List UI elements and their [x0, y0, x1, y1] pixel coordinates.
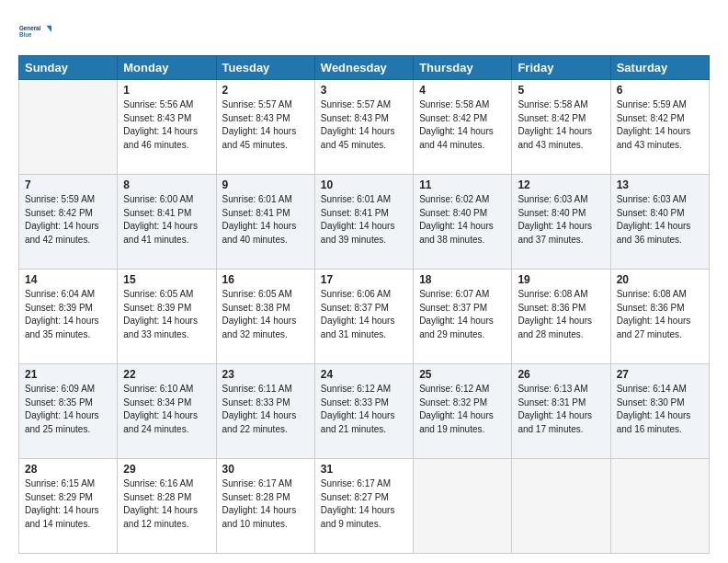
day-number: 2 [222, 84, 309, 97]
calendar-day-cell: 26 Sunrise: 6:13 AMSunset: 8:31 PMDaylig… [512, 364, 610, 459]
day-info: Sunrise: 6:00 AMSunset: 8:41 PMDaylight:… [123, 194, 198, 245]
day-number: 18 [419, 273, 506, 286]
calendar-header-row: SundayMondayTuesdayWednesdayThursdayFrid… [19, 56, 710, 80]
calendar-day-cell: 21 Sunrise: 6:09 AMSunset: 8:35 PMDaylig… [19, 364, 118, 459]
day-number: 1 [123, 84, 210, 97]
day-number: 3 [321, 84, 407, 97]
day-info: Sunrise: 6:05 AMSunset: 8:39 PMDaylight:… [123, 289, 198, 339]
calendar-day-cell: 2 Sunrise: 5:57 AMSunset: 8:43 PMDayligh… [216, 80, 314, 175]
day-info: Sunrise: 6:09 AMSunset: 8:35 PMDaylight:… [25, 384, 99, 434]
calendar-day-cell: 3 Sunrise: 5:57 AMSunset: 8:43 PMDayligh… [314, 80, 413, 175]
day-number: 16 [222, 273, 309, 286]
day-info: Sunrise: 5:59 AMSunset: 8:42 PMDaylight:… [617, 99, 691, 150]
day-info: Sunrise: 6:17 AMSunset: 8:28 PMDaylight:… [222, 478, 297, 529]
calendar-day-cell: 8 Sunrise: 6:00 AMSunset: 8:41 PMDayligh… [118, 175, 216, 270]
day-number: 9 [222, 178, 309, 191]
calendar-day-cell: 7 Sunrise: 5:59 AMSunset: 8:42 PMDayligh… [19, 175, 118, 270]
calendar-day-cell: 19 Sunrise: 6:08 AMSunset: 8:36 PMDaylig… [512, 270, 610, 364]
day-number: 22 [123, 368, 210, 381]
svg-text:Blue: Blue [19, 31, 32, 38]
day-number: 24 [321, 368, 407, 381]
day-number: 20 [617, 273, 703, 286]
calendar-day-cell: 15 Sunrise: 6:05 AMSunset: 8:39 PMDaylig… [118, 270, 216, 364]
day-info: Sunrise: 5:59 AMSunset: 8:42 PMDaylight:… [25, 194, 99, 245]
calendar-day-cell: 12 Sunrise: 6:03 AMSunset: 8:40 PMDaylig… [512, 175, 610, 270]
calendar-header-tuesday: Tuesday [216, 56, 314, 80]
day-number: 13 [617, 178, 703, 191]
calendar-day-cell: 13 Sunrise: 6:03 AMSunset: 8:40 PMDaylig… [610, 175, 709, 270]
day-info: Sunrise: 5:57 AMSunset: 8:43 PMDaylight:… [222, 99, 297, 150]
calendar-day-cell: 25 Sunrise: 6:12 AMSunset: 8:32 PMDaylig… [414, 364, 512, 459]
calendar-week-row: 21 Sunrise: 6:09 AMSunset: 8:35 PMDaylig… [19, 364, 710, 459]
calendar-day-cell: 31 Sunrise: 6:17 AMSunset: 8:27 PMDaylig… [314, 459, 413, 554]
calendar-day-cell: 11 Sunrise: 6:02 AMSunset: 8:40 PMDaylig… [414, 175, 512, 270]
day-info: Sunrise: 5:58 AMSunset: 8:42 PMDaylight:… [419, 99, 494, 150]
day-info: Sunrise: 6:07 AMSunset: 8:37 PMDaylight:… [419, 289, 494, 339]
day-number: 29 [123, 463, 210, 476]
day-number: 5 [518, 84, 604, 97]
day-info: Sunrise: 6:05 AMSunset: 8:38 PMDaylight:… [222, 289, 297, 339]
calendar-table: SundayMondayTuesdayWednesdayThursdayFrid… [18, 55, 710, 554]
day-info: Sunrise: 6:08 AMSunset: 8:36 PMDaylight:… [617, 289, 691, 339]
calendar-day-cell: 18 Sunrise: 6:07 AMSunset: 8:37 PMDaylig… [414, 270, 512, 364]
day-number: 31 [321, 463, 407, 476]
logo: GeneralBlue [18, 15, 51, 48]
calendar-day-cell: 20 Sunrise: 6:08 AMSunset: 8:36 PMDaylig… [610, 270, 709, 364]
day-info: Sunrise: 6:03 AMSunset: 8:40 PMDaylight:… [518, 194, 592, 245]
day-number: 27 [617, 368, 703, 381]
day-info: Sunrise: 6:04 AMSunset: 8:39 PMDaylight:… [25, 289, 99, 339]
calendar-day-cell: 4 Sunrise: 5:58 AMSunset: 8:42 PMDayligh… [414, 80, 512, 175]
calendar-header-sunday: Sunday [19, 56, 118, 80]
day-number: 10 [321, 178, 407, 191]
day-number: 21 [25, 368, 111, 381]
day-info: Sunrise: 5:57 AMSunset: 8:43 PMDaylight:… [321, 99, 395, 150]
calendar-day-cell: 28 Sunrise: 6:15 AMSunset: 8:29 PMDaylig… [19, 459, 118, 554]
calendar-day-cell: 23 Sunrise: 6:11 AMSunset: 8:33 PMDaylig… [216, 364, 314, 459]
day-number: 26 [518, 368, 604, 381]
day-number: 6 [617, 84, 703, 97]
day-info: Sunrise: 6:08 AMSunset: 8:36 PMDaylight:… [518, 289, 592, 339]
day-number: 15 [123, 273, 210, 286]
calendar-header-saturday: Saturday [610, 56, 709, 80]
calendar-day-cell [610, 459, 709, 554]
calendar-day-cell: 22 Sunrise: 6:10 AMSunset: 8:34 PMDaylig… [118, 364, 216, 459]
day-info: Sunrise: 6:13 AMSunset: 8:31 PMDaylight:… [518, 384, 592, 434]
calendar-day-cell [512, 459, 610, 554]
day-info: Sunrise: 6:10 AMSunset: 8:34 PMDaylight:… [123, 384, 198, 434]
day-number: 14 [25, 273, 111, 286]
calendar-header-friday: Friday [512, 56, 610, 80]
day-number: 19 [518, 273, 604, 286]
day-info: Sunrise: 6:14 AMSunset: 8:30 PMDaylight:… [617, 384, 691, 434]
day-info: Sunrise: 6:01 AMSunset: 8:41 PMDaylight:… [222, 194, 297, 245]
svg-text:General: General [19, 25, 41, 31]
day-info: Sunrise: 6:03 AMSunset: 8:40 PMDaylight:… [617, 194, 691, 245]
day-number: 7 [25, 178, 111, 191]
day-info: Sunrise: 6:16 AMSunset: 8:28 PMDaylight:… [123, 478, 198, 529]
day-number: 23 [222, 368, 309, 381]
svg-marker-2 [47, 26, 51, 32]
calendar-day-cell: 29 Sunrise: 6:16 AMSunset: 8:28 PMDaylig… [118, 459, 216, 554]
calendar-day-cell: 24 Sunrise: 6:12 AMSunset: 8:33 PMDaylig… [314, 364, 413, 459]
calendar-day-cell: 17 Sunrise: 6:06 AMSunset: 8:37 PMDaylig… [314, 270, 413, 364]
calendar-week-row: 7 Sunrise: 5:59 AMSunset: 8:42 PMDayligh… [19, 175, 710, 270]
day-info: Sunrise: 6:06 AMSunset: 8:37 PMDaylight:… [321, 289, 395, 339]
calendar-week-row: 14 Sunrise: 6:04 AMSunset: 8:39 PMDaylig… [19, 270, 710, 364]
calendar-day-cell [414, 459, 512, 554]
day-number: 30 [222, 463, 309, 476]
calendar-day-cell: 1 Sunrise: 5:56 AMSunset: 8:43 PMDayligh… [118, 80, 216, 175]
day-number: 12 [518, 178, 604, 191]
day-number: 11 [419, 178, 506, 191]
day-info: Sunrise: 5:58 AMSunset: 8:42 PMDaylight:… [518, 99, 592, 150]
calendar-header-thursday: Thursday [414, 56, 512, 80]
calendar-day-cell: 16 Sunrise: 6:05 AMSunset: 8:38 PMDaylig… [216, 270, 314, 364]
day-number: 8 [123, 178, 210, 191]
day-info: Sunrise: 6:17 AMSunset: 8:27 PMDaylight:… [321, 478, 395, 529]
day-info: Sunrise: 6:12 AMSunset: 8:33 PMDaylight:… [321, 384, 395, 434]
day-number: 17 [321, 273, 407, 286]
calendar-day-cell: 10 Sunrise: 6:01 AMSunset: 8:41 PMDaylig… [314, 175, 413, 270]
calendar-day-cell: 9 Sunrise: 6:01 AMSunset: 8:41 PMDayligh… [216, 175, 314, 270]
calendar-week-row: 1 Sunrise: 5:56 AMSunset: 8:43 PMDayligh… [19, 80, 710, 175]
calendar-header-monday: Monday [118, 56, 216, 80]
header: GeneralBlue [18, 15, 710, 48]
calendar-day-cell [19, 80, 118, 175]
